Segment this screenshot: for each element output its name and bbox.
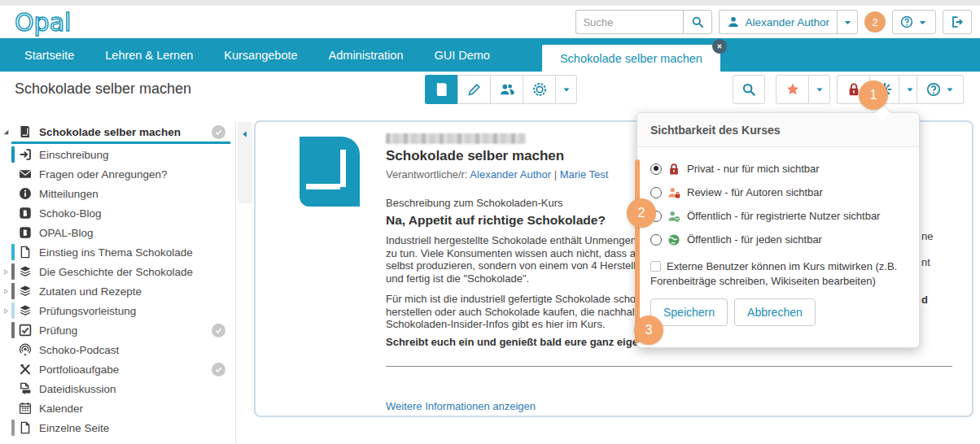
radio-unselected[interactable] [650, 234, 662, 246]
header-help-button[interactable] [892, 10, 936, 34]
search-input[interactable] [575, 10, 683, 34]
user-name: Alexander Author [745, 16, 829, 28]
sidebar-item-fragen-oder-anregungen-[interactable]: Fragen oder Anregungen? [0, 164, 235, 184]
book-icon [435, 82, 449, 97]
sidebar-collapse-handle[interactable] [238, 122, 252, 203]
visibility-option-öffentlich[interactable]: Öffentlich - für jeden sichtbar [650, 228, 906, 251]
help-icon [900, 15, 913, 28]
description-label: Beschreibung zum Schokoladen-Kurs [386, 197, 563, 209]
info-icon [18, 187, 33, 200]
nav-item-startseite[interactable]: Startseite [24, 49, 74, 62]
annotation-bar [635, 159, 640, 343]
sidebar-item-schoko-podcast[interactable]: Schoko-Podcast [0, 340, 235, 359]
nav-item-lehren-lernen[interactable]: Lehren & Lernen [105, 49, 193, 62]
text-overflow-fragment: ne [921, 230, 933, 242]
nav-item-gui-demo[interactable]: GUI Demo [434, 49, 490, 62]
medal-icon [532, 82, 547, 97]
completed-check-icon [212, 363, 225, 377]
sidebar-item-label: Schoko-Blog [39, 207, 102, 220]
save-button[interactable]: Speichern [650, 298, 728, 326]
course-search-button[interactable] [733, 75, 765, 104]
sidebar-item-opal-blog[interactable]: OPAL-Blog [0, 223, 235, 242]
sidebar-item-portfolioaufgabe[interactable]: Portfolioaufgabe [0, 359, 235, 379]
notification-badge[interactable]: 2 [864, 11, 886, 33]
visibility-option-privat[interactable]: Privat - nur für mich sichtbar [650, 157, 906, 181]
external-users-label-line2: Forenbeiträge schreiben, Wikiseiten bear… [650, 274, 906, 289]
sidebar-item-einzelne-seite[interactable]: Einzelne Seite [0, 418, 235, 437]
pencil-icon [467, 82, 482, 97]
page-title: Schokolade selber machen [15, 81, 191, 98]
search-icon [691, 15, 704, 28]
external-users-checkbox[interactable] [650, 261, 661, 272]
file-icon [18, 246, 33, 259]
user-menu-button[interactable]: Alexander Author [719, 10, 837, 34]
visibility-marker [11, 185, 15, 202]
edit-button[interactable] [457, 75, 490, 104]
assessment-button[interactable] [523, 75, 555, 104]
visibility-marker [11, 322, 15, 338]
sidebar-item-label: Fragen oder Anregungen? [39, 168, 168, 181]
popup-title: Sichtbarkeit des Kurses [637, 113, 919, 147]
responsible-line: Verantwortliche/r: Alexander Author | Ma… [386, 168, 608, 181]
blog-icon [18, 226, 33, 239]
tree-collapsed-icon[interactable] [0, 288, 11, 295]
visibility-option-review[interactable]: Review - für Autoren sichtbar [650, 181, 906, 204]
sidebar-item-prüfung[interactable]: Prüfung [0, 320, 235, 340]
visibility-option-öffentlich[interactable]: Öffentlich - für registrierte Nutzer sic… [650, 204, 906, 228]
sidebar-item-schokolade-selber-machen[interactable]: Schokolade selber machen [0, 122, 235, 141]
view-more-caret[interactable] [555, 75, 577, 104]
course-paragraph-2: Für mich ist die industriell gefertigte … [386, 293, 645, 331]
visibility-marker [11, 283, 15, 299]
selected-underline [11, 141, 230, 144]
sidebar-item-einschreibung[interactable]: Einschreibung [0, 145, 235, 164]
user-menu-caret[interactable] [837, 10, 858, 34]
course-help-button[interactable] [917, 75, 964, 104]
chevron-down-icon [905, 85, 915, 94]
nav-item-administration[interactable]: Administration [329, 49, 404, 62]
sidebar-item-zutaten-und-rezepte[interactable]: Zutaten und Rezepte [0, 281, 235, 301]
sidebar-item-die-geschichte-der-schokolade[interactable]: Die Geschichte der Schokolade [0, 262, 235, 281]
radio-unselected[interactable] [650, 187, 662, 198]
radio-selected[interactable] [650, 163, 662, 175]
tree-expanded-icon[interactable] [0, 128, 11, 136]
sidebar-item-label: Prüfungsvorleistung [39, 305, 136, 317]
sidebar-item-mitteilungen[interactable]: Mitteilungen [0, 184, 235, 203]
course-view-button[interactable] [425, 75, 457, 104]
opal-logo[interactable]: Opal [13, 7, 83, 42]
tab-schokolade-selber-machen[interactable]: Schokolade selber machen [542, 45, 720, 72]
favorite-caret[interactable] [808, 75, 830, 104]
logout-icon [951, 15, 964, 28]
main-nav: StartseiteLehren & LernenKursangeboteAdm… [0, 38, 980, 72]
responsible-link-2[interactable]: Marie Test [560, 168, 609, 181]
cancel-button[interactable]: Abbrechen [734, 298, 816, 326]
sidebar-item-einstieg-ins-thema-schokolade[interactable]: Einstieg ins Thema Schokolade [0, 242, 235, 262]
opal-app: Opal Alexander Author 2 S [0, 0, 980, 444]
course-paragraph-1: Industriell hergestellte Schokolade enth… [386, 234, 646, 285]
text-overflow-fragment: d [921, 294, 928, 306]
visibility-marker [11, 263, 15, 280]
more-info-link[interactable]: Weitere Informationen anzeigen [386, 400, 536, 412]
tree-collapsed-icon[interactable] [0, 307, 11, 315]
search-icon [742, 82, 756, 97]
sidebar-item-prüfungsvorleistung[interactable]: Prüfungsvorleistung [0, 301, 235, 320]
members-button[interactable] [490, 75, 523, 104]
file-comment-icon [18, 382, 33, 395]
nav-item-kursangebote[interactable]: Kursangebote [224, 49, 297, 62]
header-search-button[interactable] [683, 10, 712, 34]
tab-close-button[interactable] [712, 39, 727, 54]
sidebar-item-label: OPAL-Blog [39, 227, 94, 239]
blog-icon [18, 207, 33, 220]
redacted-course-meta [386, 133, 526, 144]
envelope-icon [18, 168, 33, 181]
logout-button[interactable] [943, 10, 972, 34]
sidebar-item-dateidiskussion[interactable]: Dateidiskussion [0, 379, 235, 398]
tree-collapsed-icon[interactable] [0, 268, 11, 276]
favorite-button[interactable] [776, 75, 808, 104]
sidebar-item-schoko-blog[interactable]: Schoko-Blog [0, 203, 235, 223]
text-overflow-fragment: nt [921, 256, 930, 268]
layers-icon [18, 304, 33, 317]
responsible-link-1[interactable]: Alexander Author [470, 168, 551, 181]
help-icon [926, 82, 941, 97]
sidebar-item-kalender[interactable]: Kalender [0, 398, 235, 418]
visibility-option-label: Öffentlich - für registrierte Nutzer sic… [687, 210, 880, 222]
